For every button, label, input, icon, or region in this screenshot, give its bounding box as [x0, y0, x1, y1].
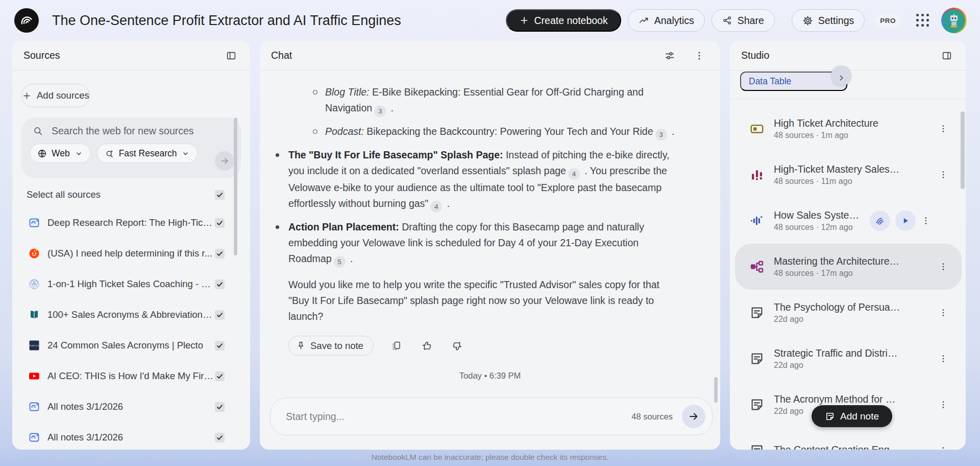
- citation-chip[interactable]: 3: [655, 129, 667, 141]
- collapse-sources-panel-icon[interactable]: [224, 48, 239, 63]
- share-icon: [722, 15, 732, 26]
- globe-icon: [37, 149, 47, 158]
- audio-waveform-icon: [748, 212, 766, 229]
- list-item: Podcast: Bikepacking the Backcountry: Po…: [325, 124, 681, 141]
- assistant-message: Blog Title: E-Bike Bikepacking: Essentia…: [260, 71, 720, 324]
- studio-item-row[interactable]: High Ticket Architecture48 sources · 1m …: [730, 106, 966, 152]
- studio-chip-row: Data Table: [740, 72, 966, 92]
- item-more-kebab-icon[interactable]: [936, 260, 950, 274]
- notebook-title[interactable]: The One-Sentence Profit Extractor and AI…: [52, 13, 401, 29]
- notebooklm-logo-icon[interactable]: [14, 8, 39, 33]
- research-mode-dropdown[interactable]: Fast Research: [97, 144, 198, 163]
- citation-chip[interactable]: 4: [568, 168, 580, 180]
- youtube-icon: [28, 369, 41, 383]
- item-more-kebab-icon[interactable]: [936, 444, 950, 450]
- chat-header: Chat: [260, 41, 720, 71]
- send-message-arrow-button[interactable]: [682, 405, 705, 428]
- item-more-kebab-icon[interactable]: [936, 122, 950, 136]
- studio-item-row[interactable]: The Content Creation Engine: Wee...: [730, 428, 966, 450]
- source-row[interactable]: (USA) I need help determining if this r.…: [12, 238, 250, 269]
- studio-title: Studio: [741, 50, 769, 61]
- google-apps-grid-icon[interactable]: [916, 14, 929, 27]
- play-audio-button[interactable]: [895, 211, 916, 231]
- list-item: Blog Title: E-Bike Bikepacking: Essentia…: [325, 84, 681, 117]
- sources-scrollbar[interactable]: [234, 118, 237, 255]
- studio-item-row[interactable]: The Psychology of Persuasion: Hig...22d …: [730, 290, 966, 336]
- sources-header: Sources: [12, 41, 250, 71]
- studio-item-row[interactable]: Strategic Traffic and Distribution...22d…: [730, 336, 966, 382]
- top-bar: The One-Sentence Profit Extractor and AI…: [0, 0, 980, 41]
- citation-chip[interactable]: 4: [430, 201, 442, 213]
- chat-scrollbar[interactable]: [714, 377, 718, 403]
- studio-header: Studio: [730, 41, 966, 71]
- select-all-sources-row: Select all sources: [27, 189, 225, 200]
- search-placeholder: Search the web for new sources: [52, 125, 194, 137]
- sources-panel: Sources Add sources Search the web for n…: [12, 41, 250, 450]
- expand-studio-panel-icon[interactable]: [939, 48, 954, 63]
- source-checkbox[interactable]: [215, 279, 225, 289]
- source-row[interactable]: All notes 3/1/2026: [12, 422, 250, 450]
- copy-icon[interactable]: [389, 338, 404, 353]
- analytics-button[interactable]: Analytics: [628, 9, 705, 32]
- source-row[interactable]: PLECTO 24 Common Sales Acronyms | Plecto: [12, 330, 250, 361]
- studio-item-row[interactable]: High-Ticket Mastery Sales Blueprint48 so…: [730, 152, 966, 198]
- source-checkbox[interactable]: [215, 341, 225, 351]
- citation-chip[interactable]: 5: [334, 256, 346, 268]
- source-checkbox[interactable]: [215, 310, 225, 320]
- source-row[interactable]: Deep Research Report: The High-Tick...: [12, 207, 250, 238]
- item-more-kebab-icon[interactable]: [936, 352, 950, 366]
- gear-icon: [802, 15, 813, 26]
- chat-more-kebab-icon[interactable]: [692, 48, 707, 63]
- closing-question: Would you like me to help you write the …: [288, 277, 681, 324]
- source-checkbox[interactable]: [215, 218, 225, 228]
- source-row[interactable]: 1-on-1 High Ticket Sales Coaching - K...: [12, 269, 250, 299]
- add-note-button[interactable]: Add note: [812, 405, 892, 427]
- pin-icon: [296, 341, 306, 351]
- share-button[interactable]: Share: [712, 9, 775, 32]
- add-sources-button[interactable]: Add sources: [21, 84, 90, 107]
- source-checkbox[interactable]: [215, 371, 225, 381]
- book-favicon: [28, 308, 41, 321]
- select-all-checkbox[interactable]: [215, 190, 225, 200]
- interactive-mode-button[interactable]: [870, 211, 890, 231]
- item-more-kebab-icon[interactable]: [936, 398, 950, 412]
- source-row[interactable]: 100+ Sales Acronyms & Abbreviations...: [12, 299, 250, 330]
- settings-button[interactable]: Settings: [792, 9, 865, 32]
- chat-input[interactable]: [286, 411, 625, 423]
- list-item: Action Plan Placement: Drafting the copy…: [288, 219, 681, 268]
- sources-list: Deep Research Report: The High-Tick... (…: [12, 207, 250, 450]
- create-notebook-button[interactable]: Create notebook: [506, 9, 621, 32]
- note-icon: [748, 304, 766, 321]
- chat-settings-sliders-icon[interactable]: [662, 48, 677, 63]
- source-checkbox[interactable]: [215, 402, 225, 412]
- venn-favicon: [28, 277, 41, 291]
- note-icon: [748, 350, 766, 367]
- flashcards-icon: [748, 120, 766, 137]
- citation-chip[interactable]: 3: [374, 105, 386, 117]
- source-checkbox[interactable]: [215, 249, 225, 259]
- chevron-down-icon: [181, 149, 190, 158]
- thumbs-down-icon[interactable]: [450, 338, 465, 354]
- trending-up-icon: [639, 15, 649, 26]
- select-all-label: Select all sources: [27, 189, 101, 200]
- source-row[interactable]: All notes 3/1/2026: [12, 391, 250, 422]
- source-row[interactable]: AI CEO: THIS is How I'd Make My First ..…: [12, 361, 250, 391]
- chat-timestamp: Today • 6:39 PM: [260, 371, 720, 381]
- thumbs-up-icon[interactable]: [419, 338, 434, 354]
- note-icon: [748, 396, 766, 413]
- flowchart-icon: [748, 258, 766, 275]
- item-more-kebab-icon[interactable]: [936, 306, 950, 320]
- search-submit-arrow-button[interactable]: [215, 151, 234, 171]
- disclaimer-text: NotebookLM can be inaccurate; please dou…: [260, 453, 720, 462]
- studio-item-row-selected[interactable]: Mastering the Architecture of High...48 …: [735, 244, 962, 290]
- item-more-kebab-icon[interactable]: [919, 214, 933, 228]
- studio-item-row[interactable]: How Sales Systems Map...48 sources · 12m…: [730, 198, 966, 244]
- search-input-row[interactable]: Search the web for new sources: [30, 125, 233, 137]
- source-checkbox[interactable]: [215, 433, 225, 442]
- chip-scroll-right-button[interactable]: [831, 65, 851, 86]
- avatar[interactable]: [941, 8, 967, 33]
- web-filter-dropdown[interactable]: Web: [30, 144, 91, 163]
- studio-scrollbar[interactable]: [961, 111, 965, 189]
- save-to-note-button[interactable]: Save to note: [288, 336, 374, 356]
- item-more-kebab-icon[interactable]: [936, 168, 950, 182]
